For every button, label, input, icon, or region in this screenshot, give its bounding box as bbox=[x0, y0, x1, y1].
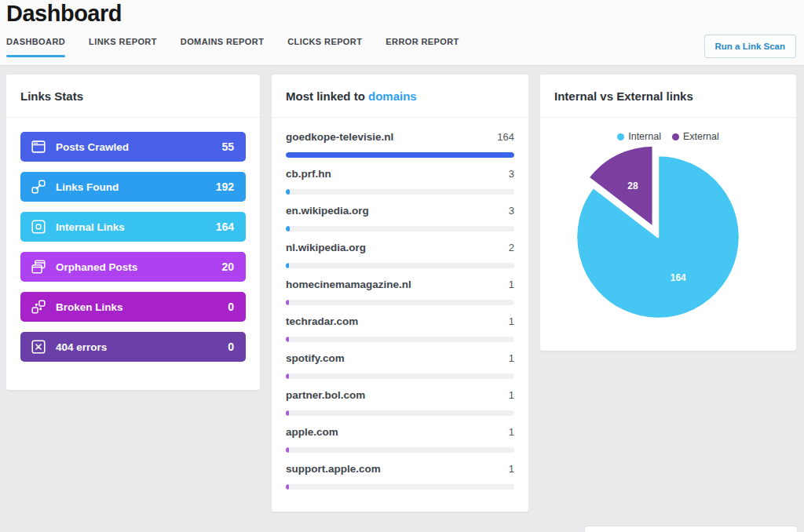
domain-name: cb.prf.hn bbox=[286, 168, 331, 180]
stat-label: Links Found bbox=[56, 181, 208, 193]
stat-row-404-errors[interactable]: 404 errors0 bbox=[20, 332, 246, 362]
domain-name: apple.com bbox=[286, 426, 338, 438]
domain-count: 164 bbox=[497, 131, 514, 143]
domain-count: 1 bbox=[509, 426, 514, 438]
404-errors-icon bbox=[29, 337, 48, 356]
links-stats-header: Links Stats bbox=[6, 75, 260, 118]
domain-name: techradar.com bbox=[286, 315, 358, 327]
domain-bar-fill bbox=[286, 152, 514, 158]
most-linked-title-text: Most linked to bbox=[286, 89, 368, 103]
domain-row: homecinemamagazine.nl1 bbox=[286, 279, 514, 305]
domain-bar-track bbox=[286, 189, 514, 195]
domain-bar-track bbox=[286, 484, 514, 490]
legend-label: Internal bbox=[628, 131, 661, 142]
dashboard-content: Links Stats Posts Crawled55Links Found19… bbox=[0, 66, 804, 512]
most-linked-header: Most linked to domains bbox=[272, 75, 528, 118]
stat-label: Orphaned Posts bbox=[56, 261, 214, 273]
domain-row-header: nl.wikipedia.org2 bbox=[286, 242, 514, 257]
most-linked-title: Most linked to domains bbox=[286, 89, 417, 103]
domain-bar-track bbox=[286, 447, 514, 453]
bottom-scrollbar[interactable] bbox=[585, 527, 797, 532]
domain-row: goedkope-televisie.nl164 bbox=[286, 131, 514, 158]
stat-value: 164 bbox=[216, 220, 234, 233]
domain-bar-track bbox=[286, 337, 514, 342]
stat-row-posts-crawled[interactable]: Posts Crawled55 bbox=[20, 132, 246, 162]
domain-bar-track bbox=[286, 410, 514, 416]
domain-bar-fill bbox=[286, 373, 289, 379]
domain-row: spotify.com1 bbox=[286, 352, 514, 379]
domain-count: 1 bbox=[509, 463, 514, 475]
links-stats-card: Links Stats Posts Crawled55Links Found19… bbox=[6, 75, 260, 390]
domain-row-header: techradar.com1 bbox=[286, 315, 514, 331]
domain-bar-track bbox=[286, 373, 514, 379]
tab-bar: DASHBOARDLINKS REPORTDOMAINS REPORTCLICK… bbox=[6, 37, 804, 56]
tab-clicks-report[interactable]: CLICKS REPORT bbox=[287, 37, 362, 56]
legend-item-internal: Internal bbox=[617, 131, 661, 142]
domain-row-header: support.apple.com1 bbox=[286, 463, 514, 479]
domains-link[interactable]: domains bbox=[368, 89, 417, 103]
run-link-scan-button[interactable]: Run a Link Scan bbox=[704, 35, 796, 58]
domain-row-header: goedkope-televisie.nl164 bbox=[286, 131, 514, 147]
stat-value: 0 bbox=[228, 301, 234, 313]
domain-name: en.wikipedia.org bbox=[286, 205, 369, 217]
domain-row: en.wikipedia.org3 bbox=[286, 205, 514, 231]
internal-external-pie-chart[interactable]: 16428 bbox=[540, 144, 796, 351]
domain-row-header: homecinemamagazine.nl1 bbox=[286, 279, 514, 294]
domain-bar-track bbox=[286, 263, 514, 268]
domain-count: 2 bbox=[509, 242, 514, 253]
internal-vs-external-card: Internal vs External links InternalExter… bbox=[540, 75, 796, 351]
stat-row-broken-links[interactable]: Broken Links0 bbox=[20, 292, 246, 322]
domain-row-header: cb.prf.hn3 bbox=[286, 168, 514, 184]
domain-name: partner.bol.com bbox=[286, 389, 365, 401]
domain-row: partner.bol.com1 bbox=[286, 389, 514, 416]
domain-list: goedkope-televisie.nl164cb.prf.hn3en.wik… bbox=[272, 118, 528, 490]
domain-row-header: partner.bol.com1 bbox=[286, 389, 514, 405]
links-stats-list: Posts Crawled55Links Found192Internal Li… bbox=[6, 118, 260, 376]
domain-bar-fill bbox=[286, 447, 289, 453]
tab-links-report[interactable]: LINKS REPORT bbox=[89, 37, 157, 56]
page-title: Dashboard bbox=[6, 0, 804, 27]
domain-row-header: en.wikipedia.org3 bbox=[286, 205, 514, 220]
domain-bar-fill bbox=[286, 410, 289, 416]
pie-card-header: Internal vs External links bbox=[540, 75, 796, 118]
legend-dot-internal bbox=[617, 133, 624, 140]
pie-legend: InternalExternal bbox=[540, 131, 796, 142]
domain-name: support.apple.com bbox=[286, 463, 381, 475]
stat-value: 192 bbox=[216, 180, 234, 193]
legend-label: External bbox=[683, 131, 719, 142]
domain-bar-track bbox=[286, 226, 514, 231]
domain-name: goedkope-televisie.nl bbox=[286, 131, 393, 143]
pie-card-title: Internal vs External links bbox=[554, 89, 693, 103]
domain-count: 1 bbox=[509, 315, 514, 327]
most-linked-domains-card: Most linked to domains goedkope-televisi… bbox=[272, 75, 528, 512]
domain-name: nl.wikipedia.org bbox=[286, 242, 366, 253]
tab-domains-report[interactable]: DOMAINS REPORT bbox=[181, 37, 264, 56]
domain-bar-fill bbox=[286, 300, 289, 305]
domain-row: cb.prf.hn3 bbox=[286, 168, 514, 195]
domain-bar-fill bbox=[286, 226, 290, 231]
domain-name: spotify.com bbox=[286, 352, 345, 364]
domain-row: apple.com1 bbox=[286, 426, 514, 453]
orphaned-posts-icon bbox=[29, 257, 48, 276]
domain-row-header: spotify.com1 bbox=[286, 352, 514, 368]
stat-row-links-found[interactable]: Links Found192 bbox=[20, 172, 246, 202]
tab-error-report[interactable]: ERROR REPORT bbox=[386, 37, 459, 56]
domain-count: 3 bbox=[509, 168, 514, 180]
domain-name: homecinemamagazine.nl bbox=[286, 279, 411, 290]
stat-row-internal-links[interactable]: Internal Links164 bbox=[20, 212, 246, 242]
stat-row-orphaned-posts[interactable]: Orphaned Posts20 bbox=[20, 252, 246, 282]
domain-bar-fill bbox=[286, 484, 289, 490]
domain-bar-fill bbox=[286, 337, 289, 342]
domain-row: techradar.com1 bbox=[286, 315, 514, 342]
domain-count: 1 bbox=[509, 279, 514, 290]
links-found-icon bbox=[29, 177, 48, 196]
stat-label: Broken Links bbox=[56, 301, 220, 313]
domain-row: nl.wikipedia.org2 bbox=[286, 242, 514, 268]
domain-bar-track bbox=[286, 300, 514, 305]
domain-bar-fill bbox=[286, 263, 289, 268]
tab-dashboard[interactable]: DASHBOARD bbox=[6, 37, 65, 56]
legend-item-external: External bbox=[672, 131, 719, 142]
pie-value-label-internal: 164 bbox=[671, 272, 686, 283]
stat-value: 0 bbox=[228, 341, 234, 353]
stat-label: 404 errors bbox=[56, 341, 220, 353]
